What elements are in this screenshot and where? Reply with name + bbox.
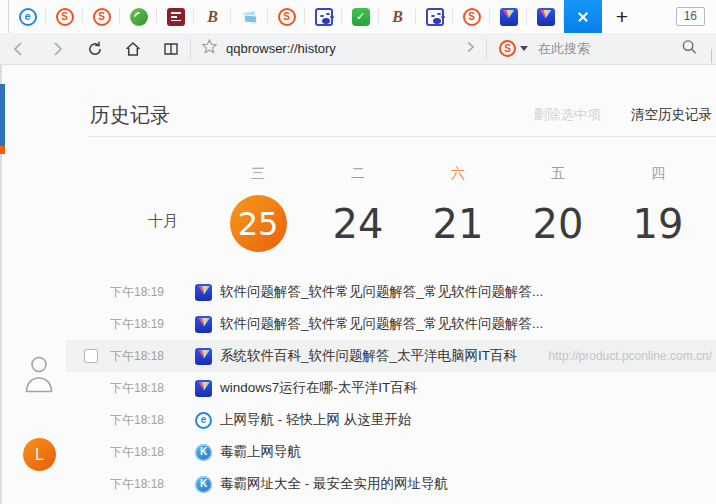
- date-label[interactable]: 19: [603, 195, 713, 252]
- tab-7[interactable]: [231, 0, 268, 33]
- calendar-day-20[interactable]: 五 20: [503, 165, 613, 252]
- back-icon: [10, 40, 28, 58]
- pconline-icon: [500, 8, 518, 26]
- history-row-hovered[interactable]: 下午18:18 系统软件百科_软件问题解答_太平洋电脑网IT百科 http://…: [66, 340, 716, 372]
- pconline-icon: [537, 8, 555, 26]
- tab-11[interactable]: B: [379, 0, 416, 33]
- history-row[interactable]: 下午18:18 windows7运行在哪-太平洋IT百科: [66, 372, 716, 404]
- active-history-tab[interactable]: [564, 0, 602, 33]
- tab-bar: e S S B S ✓ B S + 16: [0, 0, 716, 33]
- clear-history-button[interactable]: 清空历史记录: [631, 106, 712, 124]
- chevron-down-icon[interactable]: [520, 46, 528, 51]
- forward-icon: [48, 40, 66, 58]
- navigation-toolbar: qqbrowser://history S 在此搜索: [0, 33, 716, 65]
- sogou-search-engine-icon[interactable]: S: [499, 40, 516, 57]
- calendar-day-25[interactable]: 三 25: [203, 165, 313, 252]
- pconline-favicon: [195, 348, 212, 365]
- tabbar-left-rail: [0, 0, 9, 33]
- history-title-link[interactable]: 上网导航 - 轻快上网 从这里开始: [220, 411, 411, 429]
- row-checkbox[interactable]: [84, 349, 98, 363]
- header-divider: [88, 136, 716, 137]
- selected-date-bubble[interactable]: 25: [230, 195, 287, 252]
- user-silhouette-icon[interactable]: [24, 354, 54, 398]
- tab-6[interactable]: B: [194, 0, 231, 33]
- refresh-icon: [86, 40, 104, 58]
- tab-13[interactable]: S: [453, 0, 490, 33]
- tab-9[interactable]: [305, 0, 342, 33]
- history-title-link[interactable]: windows7运行在哪-太平洋IT百科: [220, 379, 417, 397]
- visit-time: 下午18:18: [110, 380, 166, 397]
- refresh-button[interactable]: [76, 33, 114, 65]
- tab-5[interactable]: [157, 0, 194, 33]
- address-url[interactable]: qqbrowser://history: [226, 41, 336, 56]
- bookmarks-button[interactable]: [152, 33, 190, 65]
- history-row[interactable]: 下午18:19 软件问题解答_软件常见问题解答_常见软件问题解答...: [66, 276, 716, 308]
- forward-button[interactable]: [38, 33, 76, 65]
- kingsoft-favicon: K: [195, 476, 212, 493]
- date-label[interactable]: 24: [303, 195, 413, 252]
- date-label[interactable]: 20: [503, 195, 613, 252]
- go-arrow-icon[interactable]: [462, 39, 478, 59]
- favorite-star-icon[interactable]: [201, 38, 218, 59]
- brown-b-icon: B: [204, 8, 222, 26]
- history-url: http://product.pconline.com.cn/: [549, 349, 712, 363]
- visit-time: 下午18:18: [110, 412, 166, 429]
- calendar-day-24[interactable]: 二 24: [303, 165, 413, 252]
- tab-15[interactable]: [527, 0, 564, 33]
- left-rail-blue-indicator: [0, 84, 5, 146]
- sogou-icon: S: [93, 8, 111, 26]
- back-button[interactable]: [0, 33, 38, 65]
- tab-3[interactable]: S: [83, 0, 120, 33]
- pconline-favicon: [195, 380, 212, 397]
- history-title-link[interactable]: 系统软件百科_软件问题解答_太平洋电脑网IT百科: [220, 347, 517, 365]
- search-input[interactable]: 在此搜索: [538, 40, 590, 58]
- tab-8[interactable]: S: [268, 0, 305, 33]
- tab-14[interactable]: [490, 0, 527, 33]
- tab-2[interactable]: S: [46, 0, 83, 33]
- history-list: 下午18:19 软件问题解答_软件常见问题解答_常见软件问题解答... 下午18…: [0, 276, 716, 500]
- weekday-label: 二: [303, 165, 413, 183]
- green-bag-icon: ✓: [352, 8, 370, 26]
- home-button[interactable]: [114, 33, 152, 65]
- pconline-favicon: [195, 284, 212, 301]
- visit-time: 下午18:18: [110, 476, 166, 493]
- sidebar-item-tab-1[interactable]: e: [9, 0, 46, 33]
- history-row[interactable]: 下午18:19 软件问题解答_软件常见问题解答_常见软件问题解答...: [66, 308, 716, 340]
- baidu-paw-icon: [315, 8, 333, 26]
- brown-b-icon: B: [389, 8, 407, 26]
- sogou-icon: S: [278, 8, 296, 26]
- history-row[interactable]: 下午18:18 e 上网导航 - 轻快上网 从这里开始: [66, 404, 716, 436]
- search-icon[interactable]: [681, 38, 698, 59]
- tab-4[interactable]: [120, 0, 157, 33]
- avatar[interactable]: L: [23, 438, 56, 471]
- page-title: 历史记录: [90, 102, 170, 129]
- delete-selected-button[interactable]: 删除选中项: [534, 106, 602, 124]
- history-title-link[interactable]: 软件问题解答_软件常见问题解答_常见软件问题解答...: [220, 283, 543, 301]
- weekday-label: 五: [503, 165, 613, 183]
- history-row[interactable]: 下午18:18 K 毒霸上网导航: [66, 436, 716, 468]
- search-box[interactable]: S 在此搜索: [487, 40, 716, 58]
- history-title-link[interactable]: 毒霸网址大全 - 最安全实用的网址导航: [220, 475, 448, 493]
- e-browser-favicon: e: [195, 412, 212, 429]
- open-book-icon: [162, 40, 180, 58]
- new-tab-button[interactable]: +: [607, 0, 637, 33]
- weekday-label: 四: [603, 165, 713, 183]
- date-label[interactable]: 21: [403, 195, 513, 252]
- sogou-icon: S: [56, 8, 74, 26]
- history-title-link[interactable]: 毒霸上网导航: [220, 443, 301, 461]
- history-row[interactable]: 下午18:18 K 毒霸网址大全 - 最安全实用的网址导航: [66, 468, 716, 500]
- tab-12[interactable]: [416, 0, 453, 33]
- e-browser-icon: e: [19, 8, 37, 26]
- tab-count-badge[interactable]: 16: [676, 7, 705, 26]
- darkred-site-icon: [167, 8, 185, 26]
- calendar-day-19[interactable]: 四 19: [603, 165, 713, 252]
- baidu-paw-icon: [426, 8, 444, 26]
- history-page: 历史记录 删除选中项 清空历史记录 十月 三 25 二 24 六 21 五 20…: [0, 65, 716, 504]
- address-bar[interactable]: qqbrowser://history: [191, 38, 486, 59]
- visit-time: 下午18:18: [110, 348, 166, 365]
- calendar-month-label: 十月: [148, 212, 178, 231]
- calendar-day-21[interactable]: 六 21: [403, 165, 513, 252]
- tab-10[interactable]: ✓: [342, 0, 379, 33]
- history-title-link[interactable]: 软件问题解答_软件常见问题解答_常见软件问题解答...: [220, 315, 543, 333]
- close-tab-icon[interactable]: [577, 11, 589, 23]
